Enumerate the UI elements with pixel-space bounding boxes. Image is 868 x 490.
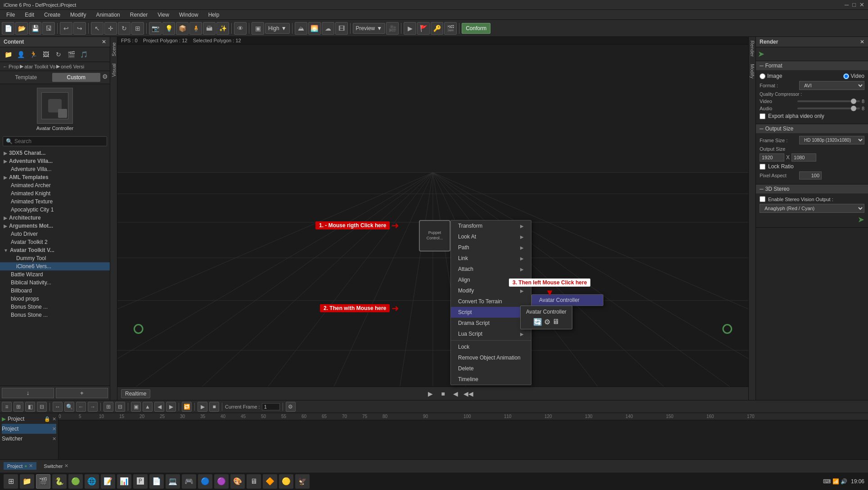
add-item-btn[interactable]: +	[56, 388, 108, 398]
frame-size-dropdown[interactable]: HD 1080p (1920x1080)	[799, 136, 864, 144]
breadcrumb-toolkit[interactable]: atar Toolkit Vo	[24, 64, 55, 69]
render-close-icon[interactable]: ✕	[860, 39, 864, 45]
app-12[interactable]: 🔵	[198, 474, 212, 489]
play-all-btn[interactable]: ▶	[404, 22, 416, 35]
list-item[interactable]: ▶ Architecture	[0, 214, 110, 222]
save-btn[interactable]: 💾	[29, 22, 41, 35]
render-cam-btn[interactable]: 🎥	[386, 22, 399, 35]
stop-btn[interactable]: ■	[439, 389, 448, 398]
list-item[interactable]: Avatar Toolkit 2	[0, 238, 110, 246]
flag-btn[interactable]: 🚩	[417, 22, 430, 35]
folder-icon[interactable]: 📁	[3, 49, 13, 60]
ctx-script[interactable]: Script▶	[451, 307, 531, 318]
modify-vtab[interactable]: Modify	[749, 60, 756, 82]
format-collapse-icon[interactable]: ─	[760, 63, 764, 69]
start-btn[interactable]: ⊞	[4, 474, 18, 489]
audio-slider[interactable]	[797, 108, 860, 109]
ctx-lua-script[interactable]: Lua Script▶	[451, 328, 531, 339]
menu-render[interactable]: Render	[126, 11, 152, 19]
enable-stereo-checkbox[interactable]	[760, 196, 765, 202]
ctx-delete[interactable]: Delete	[451, 363, 531, 374]
post-btn[interactable]: 🎞	[335, 22, 348, 35]
scene-tab[interactable]: Scene	[110, 39, 117, 60]
ctx-drama-script[interactable]: Drama Script▶	[451, 318, 531, 328]
submenu-avatar-controller[interactable]: Avatar Controller	[532, 295, 603, 306]
app-16[interactable]: 🔶	[263, 474, 277, 489]
preview-dropdown[interactable]: Preview ▼	[353, 23, 386, 34]
delete-item-btn[interactable]: ↓	[2, 388, 54, 398]
terrain-btn[interactable]: 🏔	[203, 22, 216, 35]
ctx-align[interactable]: Align▶	[451, 274, 531, 285]
height-input[interactable]	[792, 153, 816, 162]
breadcrumb-prop[interactable]: Prop	[9, 64, 19, 69]
current-frame-input[interactable]	[262, 403, 280, 410]
tab-template[interactable]: Template	[2, 73, 50, 82]
app-7[interactable]: 📊	[117, 474, 131, 489]
video-slider[interactable]	[797, 100, 860, 102]
character-btn[interactable]: 🧍	[189, 22, 202, 35]
video-radio-input[interactable]	[843, 73, 849, 79]
sky-btn[interactable]: 🌅	[308, 22, 321, 35]
close-btn[interactable]: ✕	[859, 1, 864, 8]
tl-key1[interactable]: ▣	[131, 402, 141, 412]
app-15[interactable]: 🖥	[247, 474, 261, 489]
tl-key2[interactable]: ▲	[143, 402, 153, 412]
anim-btn[interactable]: 🎬	[444, 22, 457, 35]
music-icon[interactable]: 🎵	[78, 49, 89, 60]
tl-settings-btn[interactable]: ⚙	[286, 402, 296, 412]
stereo-collapse-icon[interactable]: ─	[760, 186, 764, 192]
app-6[interactable]: 📝	[101, 474, 115, 489]
menu-animation[interactable]: Animation	[91, 11, 124, 19]
menu-file[interactable]: File	[2, 11, 19, 19]
tl-btn-3[interactable]: ◧	[25, 402, 35, 412]
app-4[interactable]: 🟢	[68, 474, 83, 489]
list-item[interactable]: blood props	[0, 295, 110, 303]
select-btn[interactable]: ↖	[91, 22, 103, 35]
tl-key4[interactable]: ▶	[166, 402, 176, 412]
track-close-icon[interactable]: ✕	[52, 416, 56, 422]
ctx-path[interactable]: Path▶	[451, 242, 531, 253]
minimize-btn[interactable]: ─	[845, 1, 849, 8]
list-item[interactable]: Adventure Villa...	[0, 165, 110, 173]
tl-play-btn[interactable]: ▶	[198, 402, 207, 412]
app-11[interactable]: 🎮	[182, 474, 196, 489]
eye-btn[interactable]: 👁	[234, 22, 247, 35]
move-btn[interactable]: ✛	[104, 22, 117, 35]
app-10[interactable]: 💻	[166, 474, 180, 489]
video-icon[interactable]: 🎬	[66, 49, 76, 60]
project-item[interactable]: Project ● ✕	[4, 462, 36, 470]
camera-btn[interactable]: 📷	[149, 22, 162, 35]
list-item[interactable]: ▶ 3DX5 Charat...	[0, 149, 110, 157]
conform-btn[interactable]: Conform	[462, 23, 490, 34]
tl-loop-btn[interactable]: 🔁	[182, 402, 192, 412]
next-frame-btn[interactable]: ◀◀	[464, 389, 473, 398]
realtime-btn[interactable]: Realtime	[121, 389, 150, 398]
redo-btn[interactable]: ↪	[73, 22, 86, 35]
track-close-icon-3[interactable]: ✕	[52, 436, 56, 442]
track-lock-icon[interactable]: 🔒	[44, 416, 50, 422]
key-btn[interactable]: 🔑	[431, 22, 443, 35]
tl-btn-7[interactable]: ←	[76, 402, 86, 412]
list-item[interactable]: Animated Knight	[0, 189, 110, 198]
menu-edit[interactable]: Edit	[20, 11, 39, 19]
window-controls[interactable]: ─ □ ✕	[845, 1, 864, 8]
list-item[interactable]: Bonus Stone ...	[0, 311, 110, 319]
tl-track-switcher[interactable]: Switcher ✕	[2, 434, 56, 444]
ctx-look-at[interactable]: Look At▶	[451, 231, 531, 242]
atmos-btn[interactable]: ☁	[322, 22, 334, 35]
save-as-btn[interactable]: 🖫	[42, 22, 55, 35]
prev-frame-btn[interactable]: ◀	[451, 389, 460, 398]
list-item[interactable]: ▶ Adventure Villa...	[0, 157, 110, 165]
width-input[interactable]	[760, 153, 784, 162]
image-radio-input[interactable]	[760, 73, 765, 79]
timeline-ruler[interactable]: 0 5 10 15 20 25 30 35 40 45 50 55 60 65 …	[58, 413, 868, 459]
tl-btn-1[interactable]: ≡	[2, 402, 12, 412]
ctx-transform[interactable]: Transform▶	[451, 220, 531, 231]
app-9[interactable]: 📄	[149, 474, 164, 489]
tl-stop-btn[interactable]: ■	[209, 402, 219, 412]
app-18[interactable]: 🦅	[295, 474, 310, 489]
list-item[interactable]: Auto Driver	[0, 230, 110, 238]
output-collapse-icon[interactable]: ─	[760, 126, 764, 132]
format-dropdown[interactable]: AVI	[799, 81, 864, 90]
video-radio[interactable]: Video	[843, 73, 864, 79]
